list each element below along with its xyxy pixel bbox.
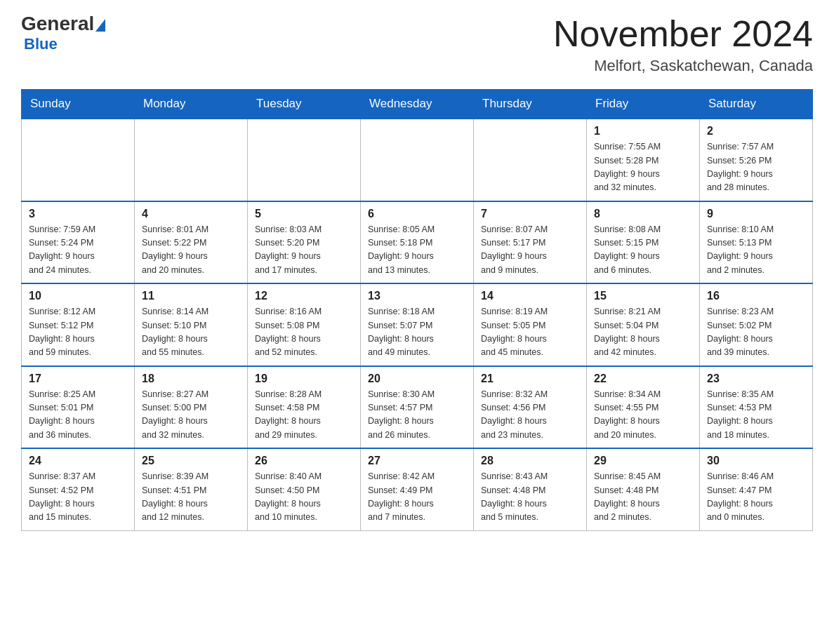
calendar-cell: 16Sunrise: 8:23 AM Sunset: 5:02 PM Dayli…: [700, 283, 813, 366]
calendar-cell: 15Sunrise: 8:21 AM Sunset: 5:04 PM Dayli…: [587, 283, 700, 366]
day-info: Sunrise: 8:32 AM Sunset: 4:56 PM Dayligh…: [481, 388, 579, 443]
calendar-cell: 30Sunrise: 8:46 AM Sunset: 4:47 PM Dayli…: [700, 448, 813, 530]
day-info: Sunrise: 8:40 AM Sunset: 4:50 PM Dayligh…: [255, 470, 353, 525]
week-row-4: 17Sunrise: 8:25 AM Sunset: 5:01 PM Dayli…: [22, 366, 813, 449]
calendar-cell: 4Sunrise: 8:01 AM Sunset: 5:22 PM Daylig…: [135, 201, 248, 284]
calendar-cell: [474, 119, 587, 201]
day-header-tuesday: Tuesday: [248, 90, 361, 119]
week-row-3: 10Sunrise: 8:12 AM Sunset: 5:12 PM Dayli…: [22, 283, 813, 366]
day-number: 13: [368, 290, 466, 302]
day-number: 25: [142, 455, 240, 467]
day-number: 23: [707, 373, 805, 385]
day-info: Sunrise: 7:57 AM Sunset: 5:26 PM Dayligh…: [707, 140, 805, 195]
day-number: 24: [29, 455, 127, 467]
day-info: Sunrise: 8:07 AM Sunset: 5:17 PM Dayligh…: [481, 223, 579, 278]
day-info: Sunrise: 8:05 AM Sunset: 5:18 PM Dayligh…: [368, 223, 466, 278]
day-info: Sunrise: 8:25 AM Sunset: 5:01 PM Dayligh…: [29, 388, 127, 443]
day-info: Sunrise: 8:08 AM Sunset: 5:15 PM Dayligh…: [594, 223, 692, 278]
day-number: 3: [29, 208, 127, 220]
day-info: Sunrise: 8:12 AM Sunset: 5:12 PM Dayligh…: [29, 305, 127, 360]
calendar-cell: 10Sunrise: 8:12 AM Sunset: 5:12 PM Dayli…: [22, 283, 135, 366]
day-info: Sunrise: 8:43 AM Sunset: 4:48 PM Dayligh…: [481, 470, 579, 525]
calendar-cell: 1Sunrise: 7:55 AM Sunset: 5:28 PM Daylig…: [587, 119, 700, 201]
day-info: Sunrise: 8:18 AM Sunset: 5:07 PM Dayligh…: [368, 305, 466, 360]
day-info: Sunrise: 8:37 AM Sunset: 4:52 PM Dayligh…: [29, 470, 127, 525]
calendar-cell: [135, 119, 248, 201]
day-info: Sunrise: 8:19 AM Sunset: 5:05 PM Dayligh…: [481, 305, 579, 360]
day-info: Sunrise: 7:59 AM Sunset: 5:24 PM Dayligh…: [29, 223, 127, 278]
day-info: Sunrise: 8:45 AM Sunset: 4:48 PM Dayligh…: [594, 470, 692, 525]
week-row-1: 1Sunrise: 7:55 AM Sunset: 5:28 PM Daylig…: [22, 119, 813, 201]
calendar-cell: 20Sunrise: 8:30 AM Sunset: 4:57 PM Dayli…: [361, 366, 474, 449]
day-info: Sunrise: 8:14 AM Sunset: 5:10 PM Dayligh…: [142, 305, 240, 360]
day-number: 8: [594, 208, 692, 220]
day-info: Sunrise: 8:34 AM Sunset: 4:55 PM Dayligh…: [594, 388, 692, 443]
day-info: Sunrise: 8:39 AM Sunset: 4:51 PM Dayligh…: [142, 470, 240, 525]
day-number: 4: [142, 208, 240, 220]
calendar-cell: [361, 119, 474, 201]
day-number: 1: [594, 125, 692, 137]
day-number: 27: [368, 455, 466, 467]
day-header-friday: Friday: [587, 90, 700, 119]
day-number: 6: [368, 208, 466, 220]
calendar-cell: 5Sunrise: 8:03 AM Sunset: 5:20 PM Daylig…: [248, 201, 361, 284]
day-number: 5: [255, 208, 353, 220]
calendar-cell: 11Sunrise: 8:14 AM Sunset: 5:10 PM Dayli…: [135, 283, 248, 366]
calendar-cell: [22, 119, 135, 201]
calendar-cell: 28Sunrise: 8:43 AM Sunset: 4:48 PM Dayli…: [474, 448, 587, 530]
day-number: 26: [255, 455, 353, 467]
logo-blue-text: Blue: [21, 35, 58, 53]
day-number: 16: [707, 290, 805, 302]
calendar-cell: 25Sunrise: 8:39 AM Sunset: 4:51 PM Dayli…: [135, 448, 248, 530]
day-info: Sunrise: 8:16 AM Sunset: 5:08 PM Dayligh…: [255, 305, 353, 360]
day-number: 21: [481, 373, 579, 385]
calendar-cell: 18Sunrise: 8:27 AM Sunset: 5:00 PM Dayli…: [135, 366, 248, 449]
day-info: Sunrise: 8:28 AM Sunset: 4:58 PM Dayligh…: [255, 388, 353, 443]
week-row-5: 24Sunrise: 8:37 AM Sunset: 4:52 PM Dayli…: [22, 448, 813, 530]
calendar-cell: 26Sunrise: 8:40 AM Sunset: 4:50 PM Dayli…: [248, 448, 361, 530]
logo-triangle-icon: [95, 19, 105, 32]
week-row-2: 3Sunrise: 7:59 AM Sunset: 5:24 PM Daylig…: [22, 201, 813, 284]
calendar-cell: 7Sunrise: 8:07 AM Sunset: 5:17 PM Daylig…: [474, 201, 587, 284]
calendar-cell: 29Sunrise: 8:45 AM Sunset: 4:48 PM Dayli…: [587, 448, 700, 530]
logo-general-text: General: [21, 14, 105, 34]
calendar-cell: [248, 119, 361, 201]
day-header-monday: Monday: [135, 90, 248, 119]
day-info: Sunrise: 8:23 AM Sunset: 5:02 PM Dayligh…: [707, 305, 805, 360]
day-number: 7: [481, 208, 579, 220]
day-number: 30: [707, 455, 805, 467]
day-info: Sunrise: 8:10 AM Sunset: 5:13 PM Dayligh…: [707, 223, 805, 278]
day-number: 10: [29, 290, 127, 302]
calendar-cell: 27Sunrise: 8:42 AM Sunset: 4:49 PM Dayli…: [361, 448, 474, 530]
day-info: Sunrise: 8:42 AM Sunset: 4:49 PM Dayligh…: [368, 470, 466, 525]
day-info: Sunrise: 7:55 AM Sunset: 5:28 PM Dayligh…: [594, 140, 692, 195]
day-number: 29: [594, 455, 692, 467]
calendar-cell: 8Sunrise: 8:08 AM Sunset: 5:15 PM Daylig…: [587, 201, 700, 284]
calendar-cell: 21Sunrise: 8:32 AM Sunset: 4:56 PM Dayli…: [474, 366, 587, 449]
day-info: Sunrise: 8:21 AM Sunset: 5:04 PM Dayligh…: [594, 305, 692, 360]
page-header: General Blue November 2024 Melfort, Sask…: [21, 14, 813, 75]
day-number: 17: [29, 373, 127, 385]
day-number: 18: [142, 373, 240, 385]
day-number: 19: [255, 373, 353, 385]
day-number: 12: [255, 290, 353, 302]
day-info: Sunrise: 8:27 AM Sunset: 5:00 PM Dayligh…: [142, 388, 240, 443]
location-title: Melfort, Saskatchewan, Canada: [553, 57, 813, 75]
title-area: November 2024 Melfort, Saskatchewan, Can…: [553, 14, 813, 75]
day-header-thursday: Thursday: [474, 90, 587, 119]
day-number: 11: [142, 290, 240, 302]
day-number: 28: [481, 455, 579, 467]
day-number: 14: [481, 290, 579, 302]
day-info: Sunrise: 8:35 AM Sunset: 4:53 PM Dayligh…: [707, 388, 805, 443]
calendar-header-row: SundayMondayTuesdayWednesdayThursdayFrid…: [22, 90, 813, 119]
logo: General Blue: [21, 14, 105, 53]
day-info: Sunrise: 8:46 AM Sunset: 4:47 PM Dayligh…: [707, 470, 805, 525]
day-info: Sunrise: 8:01 AM Sunset: 5:22 PM Dayligh…: [142, 223, 240, 278]
calendar-cell: 12Sunrise: 8:16 AM Sunset: 5:08 PM Dayli…: [248, 283, 361, 366]
day-number: 22: [594, 373, 692, 385]
calendar-cell: 24Sunrise: 8:37 AM Sunset: 4:52 PM Dayli…: [22, 448, 135, 530]
calendar-cell: 22Sunrise: 8:34 AM Sunset: 4:55 PM Dayli…: [587, 366, 700, 449]
day-number: 9: [707, 208, 805, 220]
calendar-cell: 14Sunrise: 8:19 AM Sunset: 5:05 PM Dayli…: [474, 283, 587, 366]
day-number: 15: [594, 290, 692, 302]
